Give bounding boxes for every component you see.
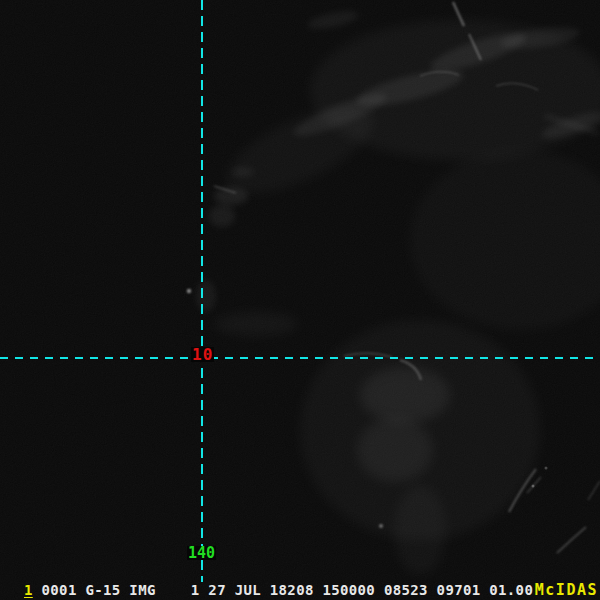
longitude-label: 140 [187, 546, 216, 560]
latitude-gridline [0, 357, 600, 359]
frame-number: 1 [24, 582, 33, 598]
mcidas-display-window: 10 140 1 0001 G-15 IMG 1 27 JUL 18208 15… [0, 0, 600, 600]
status-bar: 1 0001 G-15 IMG 1 27 JUL 18208 150000 08… [24, 583, 533, 598]
longitude-gridline [201, 0, 203, 582]
image-info-text: 0001 G-15 IMG 1 27 JUL 18208 150000 0852… [33, 582, 533, 598]
mcidas-logo: McIDAS [535, 583, 598, 598]
latitude-label: 10 [191, 347, 214, 362]
satellite-image[interactable] [0, 0, 600, 600]
sensor-noise [0, 0, 600, 600]
